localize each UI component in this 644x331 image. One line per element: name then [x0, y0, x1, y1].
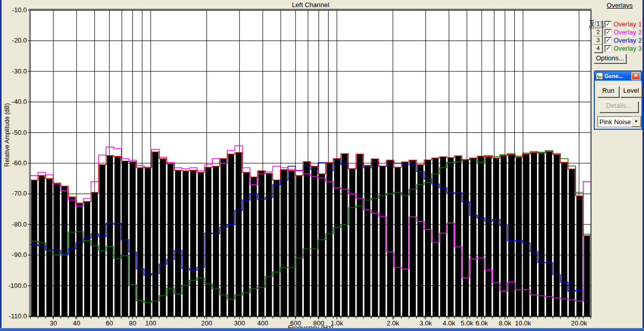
- generator-window: Gene... ✕ Run Level Details... Pink Nois…: [594, 70, 642, 130]
- spectrum-bar: [198, 172, 204, 316]
- y-tick-label: -50.0: [12, 129, 27, 136]
- chevron-down-icon[interactable]: ▼: [631, 117, 641, 127]
- spectrum-bar: [175, 170, 181, 316]
- y-tick-label: -10.0: [12, 6, 27, 14]
- chart-title: Left Channel: [30, 1, 591, 9]
- spectrum-bar: [478, 156, 484, 316]
- options-button[interactable]: Options...: [594, 54, 626, 63]
- spectrum-bar: [365, 165, 371, 316]
- noise-type-dropdown[interactable]: Pink Noise ▼: [597, 116, 641, 127]
- spectrum-bar: [266, 173, 272, 316]
- y-tick-label: -80.0: [12, 220, 27, 228]
- spectrum-bar: [251, 177, 257, 316]
- spectrum-bar: [372, 159, 378, 316]
- spectrum-bar: [296, 175, 302, 316]
- spectrum-bar: [554, 155, 560, 316]
- y-tick-label: -40.0: [12, 98, 27, 105]
- spectrum-bar: [448, 158, 454, 316]
- spectrum-bar: [577, 196, 583, 316]
- y-tick-label: -100.0: [8, 282, 27, 289]
- y-tick-label: -110.0: [9, 312, 27, 320]
- spectrum-bar: [137, 168, 144, 316]
- spectrum-bar: [508, 155, 514, 316]
- rta-app-window: -10.0-20.0-30.0-40.0-50.0-60.0-70.0-80.0…: [0, 0, 644, 331]
- spectrum-bar: [493, 158, 499, 316]
- spectrum-bar: [304, 162, 310, 316]
- spectrum-chart: -10.0-20.0-30.0-40.0-50.0-60.0-70.0-80.0…: [0, 0, 644, 331]
- spectrum-bar: [433, 158, 439, 316]
- spectrum-bar: [471, 158, 477, 316]
- overlay-on-checkbox-2[interactable]: ✓: [604, 29, 612, 36]
- spectrum-bar: [342, 154, 348, 316]
- spectrum-bar: [107, 156, 113, 316]
- level-button[interactable]: Level: [620, 86, 642, 97]
- overlay-label: Overlay 2: [614, 36, 642, 44]
- spectrum-bar: [523, 154, 529, 316]
- spectrum-bar: [54, 183, 60, 316]
- spectrum-bar: [69, 197, 75, 316]
- spectrum-bar: [311, 166, 317, 316]
- overlay-set-button-1[interactable]: 1: [594, 20, 602, 28]
- spectrum-bar: [205, 167, 211, 316]
- spectrum-bar: [387, 160, 393, 316]
- overlay-label: Overlay 1: [614, 20, 642, 28]
- y-tick-label: -20.0: [12, 36, 27, 44]
- spectrum-bar: [145, 167, 151, 316]
- spectrum-bar: [115, 157, 121, 316]
- overlay-on-checkbox-4[interactable]: ✓: [604, 45, 612, 52]
- run-button[interactable]: Run: [597, 86, 619, 97]
- spectrum-bar: [425, 160, 431, 316]
- spectrum-bar: [349, 169, 355, 316]
- spectrum-bar: [243, 172, 249, 316]
- spectrum-bar: [236, 153, 242, 316]
- spectrum-bar: [167, 164, 173, 316]
- generator-title: Gene...: [604, 73, 631, 79]
- spectrum-bar: [417, 165, 423, 316]
- spectrum-bar: [584, 236, 590, 316]
- overlay-set-button-2[interactable]: 2: [594, 28, 602, 36]
- spectrum-bar: [516, 157, 522, 316]
- spectrum-bar: [485, 157, 491, 316]
- y-tick-label: -30.0: [12, 67, 27, 75]
- spectrum-bar: [61, 186, 67, 316]
- overlay-label: Overlay 3: [614, 45, 642, 52]
- spectrum-bar: [500, 156, 507, 316]
- window-border-bottom: [0, 328, 644, 331]
- spectrum-bar: [281, 170, 287, 316]
- spectrum-bar: [84, 202, 90, 317]
- y-tick-label: -70.0: [12, 190, 27, 197]
- spectrum-bar: [289, 170, 295, 316]
- spectrum-bar: [402, 162, 408, 316]
- spectrum-bar: [561, 162, 567, 316]
- generator-waveform-icon: [596, 72, 603, 80]
- overlays-heading[interactable]: Overlays: [600, 2, 639, 9]
- overlay-row-4: 4✓Overlay 3: [594, 45, 642, 52]
- spectrum-bar: [130, 162, 136, 316]
- spectrum-bar: [99, 165, 105, 316]
- spectrum-bar: [334, 159, 340, 316]
- details-button: Details...: [599, 101, 638, 113]
- spectrum-bar: [213, 166, 219, 316]
- y-tick-label: -90.0: [12, 251, 27, 259]
- overlay-on-checkbox-3[interactable]: ✓: [604, 37, 612, 44]
- close-icon[interactable]: ✕: [631, 72, 640, 80]
- spectrum-bar: [31, 180, 38, 316]
- spectrum-bar: [531, 153, 537, 316]
- overlay-row-2: 2✓Overlay 2: [594, 28, 642, 36]
- spectrum-bar: [46, 178, 52, 316]
- spectrum-bar: [221, 159, 227, 316]
- spectrum-bar: [379, 166, 385, 316]
- overlay-row-3: 3✓Overlay 2: [594, 36, 642, 44]
- spectrum-bar: [152, 152, 158, 316]
- overlay-set-button-4[interactable]: 4: [594, 45, 602, 53]
- spectrum-bar: [395, 167, 401, 316]
- spectrum-bar: [319, 174, 325, 316]
- overlays-panel: Overlays Set On 1✓Overlay 12✓Overlay 23✓…: [593, 2, 643, 9]
- generator-titlebar[interactable]: Gene... ✕: [595, 71, 641, 81]
- overlay-on-checkbox-1[interactable]: ✓: [604, 21, 612, 28]
- spectrum-bar: [258, 171, 264, 316]
- spectrum-bar: [190, 170, 196, 316]
- overlay-row-1: 1✓Overlay 1: [594, 20, 642, 28]
- overlay-set-button-3[interactable]: 3: [594, 36, 602, 45]
- spectrum-bar: [122, 161, 128, 316]
